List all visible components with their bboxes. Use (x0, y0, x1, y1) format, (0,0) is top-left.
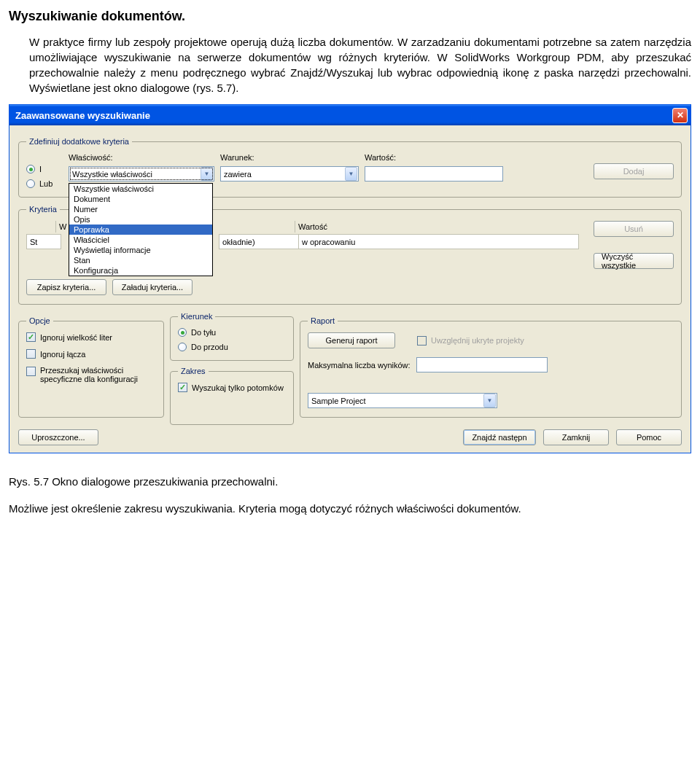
group-define-criteria: Zdefiniuj dodatkowe kryteria I Lub Właśc… (18, 137, 682, 198)
label-condition: Warunek: (220, 153, 359, 162)
chk-search-config-label: Przeszukaj właściwości specyficzne dla k… (40, 366, 142, 383)
group-scope: Zakres Wyszukaj tylko potomków (170, 367, 294, 425)
criteria-col-value: Wartość (295, 221, 306, 233)
close-button[interactable]: Zamknij (543, 429, 609, 445)
combo-property[interactable]: Wszystkie właściwości ▼ (69, 166, 214, 182)
group-scope-legend: Zakres (178, 367, 209, 375)
group-direction-legend: Kierunek (178, 312, 215, 321)
intro-paragraph: W praktyce firmy lub zespoły projektowe … (29, 34, 691, 95)
advanced-search-dialog: Zaawansowane wyszukiwanie ✕ Zdefiniuj do… (9, 104, 691, 453)
chk-ignore-links[interactable]: Ignoruj łącza (26, 349, 156, 359)
chk-ignore-case[interactable]: Ignoruj wielkość liter (26, 332, 156, 342)
save-criteria-button[interactable]: Zapisz kryteria... (26, 279, 106, 295)
combo-project-text: Sample Project (308, 397, 483, 405)
criteria-cell-condition[interactable]: okładnie) (219, 234, 299, 249)
dropdown-item-selected[interactable]: Poprawka (69, 225, 212, 235)
help-button[interactable]: Pomoc (616, 429, 682, 445)
checkbox-icon (178, 383, 187, 392)
find-next-button[interactable]: Znajdź następn (463, 429, 536, 445)
radio-forward[interactable]: Do przodu (178, 343, 286, 351)
radio-icon (178, 328, 187, 337)
chk-ignore-links-label: Ignoruj łącza (40, 350, 85, 359)
property-dropdown-list[interactable]: Wszystkie właściwości Dokument Numer Opi… (69, 183, 213, 276)
dropdown-item[interactable]: Opis (69, 214, 212, 225)
chk-ignore-case-label: Ignoruj wielkość liter (40, 333, 112, 342)
radio-forward-label: Do przodu (191, 343, 228, 351)
delete-button[interactable]: Usuń (594, 221, 674, 237)
checkbox-icon (26, 349, 36, 359)
chk-include-hidden: Uwzględnij ukryte projekty (417, 336, 524, 346)
radio-or[interactable]: Lub (26, 179, 63, 188)
dropdown-item[interactable]: Właściciel (69, 235, 212, 245)
radio-backward-label: Do tyłu (191, 328, 216, 337)
simplified-button[interactable]: Uproszczone... (18, 429, 98, 445)
group-criteria-legend: Kryteria (26, 205, 60, 214)
criteria-cell-value[interactable]: w opracowaniu (299, 234, 579, 249)
input-max-results[interactable] (416, 357, 548, 372)
dropdown-item[interactable]: Dokument (69, 194, 212, 204)
label-value: Wartość: (365, 153, 503, 162)
group-report: Raport Generuj raport Uwzględnij ukryte … (300, 316, 682, 418)
checkbox-icon (26, 332, 36, 342)
group-options: Opcje Ignoruj wielkość liter Ignoruj łąc… (18, 316, 164, 418)
load-criteria-button[interactable]: Załaduj kryteria... (112, 279, 192, 295)
chevron-down-icon: ▼ (345, 167, 357, 181)
dropdown-item[interactable]: Numer (69, 204, 212, 214)
radio-icon (26, 179, 35, 188)
figure-caption: Rys. 5.7 Okno dialogowe przeszukiwania p… (9, 475, 691, 488)
input-value[interactable] (365, 166, 503, 182)
dialog-titlebar[interactable]: Zaawansowane wyszukiwanie ✕ (9, 105, 691, 125)
chk-search-children-label: Wyszukaj tylko potomków (192, 383, 284, 392)
clear-all-button[interactable]: Wyczyść wszystkie (594, 253, 674, 269)
checkbox-icon (417, 336, 427, 346)
dropdown-item[interactable]: Stan (69, 255, 212, 265)
generate-report-button[interactable]: Generuj raport (308, 332, 395, 348)
chk-search-children[interactable]: Wyszukaj tylko potomków (178, 383, 284, 392)
combo-project[interactable]: Sample Project ▼ (308, 393, 497, 408)
dialog-title: Zaawansowane wyszukiwanie (12, 110, 672, 121)
chk-search-config[interactable]: Przeszukaj właściwości specyficzne dla k… (26, 366, 156, 383)
footer-paragraph: Możliwe jest określenie zakresu wyszukiw… (9, 501, 691, 516)
dropdown-item[interactable]: Wszystkie właściwości (69, 184, 212, 194)
dropdown-item[interactable]: Wyświetlaj informacje (69, 245, 212, 255)
chevron-down-icon: ▼ (201, 167, 213, 181)
combo-condition[interactable]: zawiera ▼ (220, 166, 359, 182)
criteria-cell-st[interactable]: St (26, 234, 61, 249)
group-define-legend: Zdefiniuj dodatkowe kryteria (26, 137, 132, 146)
radio-backward[interactable]: Do tyłu (178, 328, 286, 337)
criteria-col-w: W (55, 221, 67, 233)
label-max-results: Maksymalna liczba wyników: (308, 361, 411, 370)
dropdown-item[interactable]: Konfiguracja (69, 265, 212, 276)
radio-and-label: I (39, 165, 42, 173)
page-title: Wyszukiwanie dokumentów. (9, 9, 691, 24)
add-button[interactable]: Dodaj (594, 163, 674, 179)
label-property: Właściwość: (69, 153, 214, 162)
group-direction: Kierunek Do tyłu Do przodu (170, 312, 294, 361)
chk-include-hidden-label: Uwzględnij ukryte projekty (431, 336, 524, 345)
close-icon[interactable]: ✕ (672, 108, 688, 123)
radio-icon (178, 343, 187, 351)
group-report-legend: Raport (308, 316, 338, 325)
radio-or-label: Lub (39, 179, 52, 188)
radio-and[interactable]: I (26, 165, 63, 173)
group-options-legend: Opcje (26, 316, 53, 325)
combo-property-text: Wszystkie właściwości (69, 170, 200, 179)
chevron-down-icon: ▼ (483, 394, 496, 407)
radio-icon (26, 165, 35, 173)
combo-condition-text: zawiera (221, 170, 344, 179)
checkbox-icon (26, 367, 36, 376)
